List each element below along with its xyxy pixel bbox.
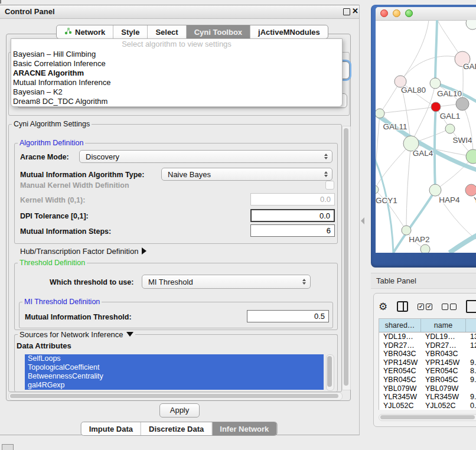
attribute-item-gal4rgexp[interactable]: gal4RGexp <box>25 381 324 390</box>
network-node[interactable] <box>466 20 476 30</box>
tab-jactivemnodules[interactable]: jActiveMNodules <box>250 25 328 38</box>
mi-threshold-label: Mutual Information Threshold: <box>25 313 132 321</box>
scrollbar-thumb[interactable] <box>10 394 338 398</box>
close-traffic-light-icon[interactable] <box>380 9 388 17</box>
table-row[interactable]: YDR27…YDR27…12 <box>379 341 476 350</box>
node-label-gal11: GAL11 <box>383 122 407 131</box>
document-icon[interactable] <box>466 300 476 313</box>
dropdown-item-basic-correlation-inference[interactable]: Basic Correlation Inference <box>11 59 342 69</box>
scrollbar-thumb[interactable] <box>327 356 332 387</box>
table-row[interactable]: YJL052CYJL052C0. <box>379 402 476 410</box>
dropdown-item-dream8-dc-tdc-algorithm[interactable]: Dream8 DC_TDC Algorithm <box>11 97 342 106</box>
table-cell: YBR043C <box>421 350 466 358</box>
table-body: YDL19…YDL19…13YDR27…YDR27…12YBR043CYBR04… <box>379 332 476 410</box>
panel-title: Control Panel <box>5 7 55 16</box>
split-pane-handle[interactable] <box>361 217 364 224</box>
manual-kernel-checkbox[interactable] <box>325 181 334 190</box>
settings-horizontal-scrollbar[interactable] <box>8 392 343 400</box>
table-cell: 13 <box>466 332 476 341</box>
tab-select[interactable]: Select <box>148 25 186 38</box>
aracne-mode-label: Aracne Mode: <box>20 153 69 161</box>
column-header-a[interactable]: A <box>466 319 476 332</box>
tab-label: Style <box>121 28 139 37</box>
table-cell: YDL19… <box>421 332 466 341</box>
float-window-icon[interactable] <box>343 8 350 15</box>
scrollbar-thumb[interactable] <box>344 128 348 386</box>
column-header-name[interactable]: name <box>421 319 466 332</box>
network-edge <box>462 104 473 156</box>
kernel-width-label: Kernel Width (0,1): <box>20 196 85 204</box>
columns-icon[interactable] <box>397 301 408 312</box>
gear-icon[interactable]: ⚙ <box>379 302 387 312</box>
minimize-traffic-light-icon[interactable] <box>393 9 400 17</box>
table-row[interactable]: YPR145WYPR145W9. <box>379 358 476 367</box>
table-row[interactable]: YBR045CYBR045C9. <box>379 376 476 384</box>
network-node-y[interactable] <box>465 184 476 196</box>
network-node[interactable] <box>431 102 441 112</box>
network-node-gal10[interactable] <box>430 78 441 89</box>
attributes-list-scrollbar[interactable] <box>326 354 334 391</box>
network-node[interactable] <box>420 244 430 253</box>
tab-style[interactable]: Style <box>113 25 148 38</box>
deselect-all-checkboxes-icon[interactable] <box>442 304 457 310</box>
which-threshold-combo[interactable]: MI Threshold <box>142 275 311 289</box>
apply-button[interactable]: Apply <box>159 403 200 418</box>
sources-toggle[interactable]: Sources for Network Inference <box>18 330 135 339</box>
network-node-gcy1[interactable] <box>376 185 379 194</box>
bottom-tab-infer-network[interactable]: Infer Network <box>212 422 276 435</box>
collapsed-panel-icon[interactable] <box>2 444 14 450</box>
network-icon <box>64 27 72 37</box>
node-label-gcy1: GCY1 <box>376 196 397 205</box>
mi-threshold-field[interactable]: 0.5 <box>247 310 329 322</box>
network-node[interactable] <box>456 97 469 110</box>
table-row[interactable]: YBR043CYBR043C <box>379 350 476 358</box>
tab-network[interactable]: Network <box>57 25 113 38</box>
attribute-table: shared…nameA YDL19…YDL19…13YDR27…YDR27…1… <box>379 318 476 410</box>
screen: Control Panel ✕ gal-filtered sif default… <box>0 0 476 450</box>
bottom-tab-discretize-data[interactable]: Discretize Data <box>141 422 212 435</box>
mi-type-combo[interactable]: Naive Bayes <box>161 168 332 181</box>
table-horizontal-scrollbar[interactable] <box>379 414 476 421</box>
tab-cyni-toolbox[interactable]: Cyni Toolbox <box>187 25 250 38</box>
dropdown-item-bayesian-hill-climbing[interactable]: Bayesian – Hill Climbing <box>11 50 342 59</box>
dropdown-item-bayesian-k2[interactable]: Bayesian – K2 <box>11 87 342 97</box>
network-node[interactable] <box>466 149 476 164</box>
mi-steps-field[interactable]: 6 <box>250 224 335 237</box>
settings-vertical-scrollbar[interactable] <box>342 126 351 390</box>
table-cell: YDR27… <box>379 341 421 350</box>
kernel-width-field[interactable]: 0.0 <box>250 193 335 206</box>
select-all-checkboxes-icon[interactable]: ✓✓ <box>418 304 432 310</box>
table-row[interactable]: YDL19…YDL19…13 <box>379 332 476 341</box>
table-row[interactable]: YER054CYER054C8. <box>379 367 476 376</box>
bottom-tab-impute-data[interactable]: Impute Data <box>81 422 141 435</box>
table-cell: 9. <box>466 358 476 367</box>
table-row[interactable]: YLR345WYLR345W9. <box>379 393 476 402</box>
dropdown-items: Bayesian – Hill ClimbingBasic Correlatio… <box>11 50 342 106</box>
which-threshold-value: MI Threshold <box>148 278 193 286</box>
aracne-mode-combo[interactable]: Discovery <box>79 150 332 163</box>
stepper-arrows-icon <box>302 279 306 285</box>
close-icon[interactable]: ✕ <box>352 6 358 15</box>
network-node-hap4[interactable] <box>429 184 441 196</box>
table-cell: YER054C <box>379 367 421 376</box>
zoom-traffic-light-icon[interactable] <box>405 9 413 17</box>
table-row[interactable]: YBL079WYBL079W <box>379 384 476 393</box>
node-label-y: Y <box>474 195 476 204</box>
attribute-item-selfloops[interactable]: SelfLoops <box>25 354 324 363</box>
attribute-item-topologicalcoefficient[interactable]: TopologicalCoefficient <box>25 363 324 372</box>
column-header-shared-[interactable]: shared… <box>379 319 421 332</box>
dropdown-item-aracne-algorithm[interactable]: ARACNE Algorithm <box>11 69 342 78</box>
attribute-item-betweennesscentrality[interactable]: BetweennessCentrality <box>25 372 324 381</box>
mi-type-label: Mutual Information Algorithm Type: <box>20 171 144 179</box>
scrollbar-thumb[interactable] <box>380 415 475 419</box>
network-node-gal11[interactable] <box>376 109 384 118</box>
dpi-tolerance-field[interactable]: 0.0 <box>250 209 335 222</box>
table-panel: ⚙ ✓✓ shared…nameA YDL19…YDL19…13YDR27…YD… <box>373 293 476 427</box>
network-canvas[interactable]: GALGAL80GAL10GAL11GAL1SWI4GAL4GCY1HAP4YH… <box>376 20 476 253</box>
dropdown-item-mutual-information-inference[interactable]: Mutual Information Inference <box>11 78 342 87</box>
network-node-swi4[interactable] <box>445 124 455 133</box>
sources-title: Sources for Network Inference <box>19 330 123 339</box>
network-node-hap2[interactable] <box>402 226 411 235</box>
table-cell: YPR145W <box>379 358 421 367</box>
hub-definition-toggle[interactable]: Hub/Transcription Factor Definition <box>20 247 146 256</box>
